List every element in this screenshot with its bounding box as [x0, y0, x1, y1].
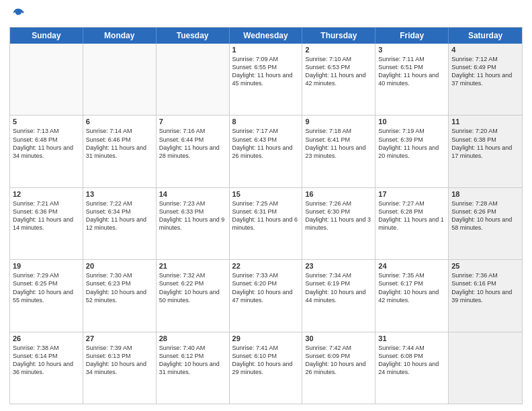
day-info: Sunrise: 7:09 AM Sunset: 6:55 PM Dayligh…: [232, 55, 300, 88]
day-cell: 21Sunrise: 7:32 AM Sunset: 6:22 PM Dayli…: [157, 260, 230, 331]
day-info: Sunrise: 7:44 AM Sunset: 6:08 PM Dayligh…: [378, 344, 445, 377]
day-cell: 2Sunrise: 7:10 AM Sunset: 6:53 PM Daylig…: [302, 44, 375, 115]
day-info: Sunrise: 7:25 AM Sunset: 6:31 PM Dayligh…: [232, 199, 300, 232]
day-header-wednesday: Wednesday: [230, 28, 303, 44]
day-info: Sunrise: 7:29 AM Sunset: 6:25 PM Dayligh…: [13, 271, 80, 304]
day-info: Sunrise: 7:11 AM Sunset: 6:51 PM Dayligh…: [378, 55, 445, 88]
day-number: 8: [232, 118, 300, 126]
week-row-2: 5Sunrise: 7:13 AM Sunset: 6:48 PM Daylig…: [10, 115, 522, 187]
day-info: Sunrise: 7:26 AM Sunset: 6:30 PM Dayligh…: [305, 199, 372, 232]
day-info: Sunrise: 7:10 AM Sunset: 6:53 PM Dayligh…: [305, 55, 372, 88]
day-info: Sunrise: 7:16 AM Sunset: 6:44 PM Dayligh…: [159, 127, 226, 160]
day-cell: 30Sunrise: 7:42 AM Sunset: 6:09 PM Dayli…: [302, 332, 375, 404]
day-number: 23: [305, 262, 372, 270]
logo-bird-icon: [11, 7, 26, 21]
day-number: 16: [305, 190, 372, 198]
day-cell: 4Sunrise: 7:12 AM Sunset: 6:49 PM Daylig…: [449, 44, 522, 115]
day-number: 31: [378, 334, 445, 342]
day-cell: 27Sunrise: 7:39 AM Sunset: 6:13 PM Dayli…: [83, 332, 157, 404]
day-info: Sunrise: 7:34 AM Sunset: 6:19 PM Dayligh…: [305, 271, 372, 304]
day-cell: 16Sunrise: 7:26 AM Sunset: 6:30 PM Dayli…: [302, 188, 375, 259]
day-number: 25: [451, 262, 519, 270]
day-info: Sunrise: 7:42 AM Sunset: 6:09 PM Dayligh…: [305, 344, 372, 377]
day-cell: [157, 44, 230, 115]
day-info: Sunrise: 7:21 AM Sunset: 6:36 PM Dayligh…: [13, 199, 80, 232]
week-row-5: 26Sunrise: 7:38 AM Sunset: 6:14 PM Dayli…: [10, 332, 522, 404]
day-number: 21: [159, 262, 226, 270]
day-number: 7: [159, 118, 226, 126]
day-number: 24: [378, 262, 445, 270]
day-info: Sunrise: 7:41 AM Sunset: 6:10 PM Dayligh…: [232, 344, 300, 377]
week-row-1: 1Sunrise: 7:09 AM Sunset: 6:55 PM Daylig…: [10, 44, 522, 115]
logo: [9, 7, 26, 21]
day-cell: 6Sunrise: 7:14 AM Sunset: 6:46 PM Daylig…: [83, 116, 157, 187]
day-number: 17: [378, 190, 445, 198]
day-info: Sunrise: 7:28 AM Sunset: 6:26 PM Dayligh…: [451, 199, 519, 232]
day-info: Sunrise: 7:13 AM Sunset: 6:48 PM Dayligh…: [13, 127, 80, 160]
day-info: Sunrise: 7:23 AM Sunset: 6:33 PM Dayligh…: [159, 199, 226, 232]
day-info: Sunrise: 7:38 AM Sunset: 6:14 PM Dayligh…: [13, 344, 80, 377]
day-info: Sunrise: 7:39 AM Sunset: 6:13 PM Dayligh…: [86, 344, 153, 377]
day-cell: 28Sunrise: 7:40 AM Sunset: 6:12 PM Dayli…: [157, 332, 230, 404]
day-header-monday: Monday: [83, 28, 157, 44]
day-cell: [449, 332, 522, 404]
day-number: 4: [451, 46, 519, 54]
day-cell: 18Sunrise: 7:28 AM Sunset: 6:26 PM Dayli…: [449, 188, 522, 259]
day-cell: 25Sunrise: 7:36 AM Sunset: 6:16 PM Dayli…: [449, 260, 522, 331]
day-header-friday: Friday: [375, 28, 449, 44]
day-cell: 15Sunrise: 7:25 AM Sunset: 6:31 PM Dayli…: [230, 188, 303, 259]
day-number: 12: [13, 190, 80, 198]
day-header-saturday: Saturday: [449, 28, 522, 44]
day-number: 9: [305, 118, 372, 126]
day-number: 22: [232, 262, 300, 270]
day-number: 5: [13, 118, 80, 126]
day-number: 11: [451, 118, 519, 126]
day-info: Sunrise: 7:36 AM Sunset: 6:16 PM Dayligh…: [451, 271, 519, 304]
day-cell: 8Sunrise: 7:17 AM Sunset: 6:43 PM Daylig…: [230, 116, 303, 187]
day-number: 6: [86, 118, 153, 126]
day-number: 26: [13, 334, 80, 342]
day-info: Sunrise: 7:27 AM Sunset: 6:28 PM Dayligh…: [378, 199, 445, 232]
day-cell: 5Sunrise: 7:13 AM Sunset: 6:48 PM Daylig…: [10, 116, 83, 187]
day-cell: 22Sunrise: 7:33 AM Sunset: 6:20 PM Dayli…: [230, 260, 303, 331]
day-header-thursday: Thursday: [302, 28, 375, 44]
day-cell: 1Sunrise: 7:09 AM Sunset: 6:55 PM Daylig…: [230, 44, 303, 115]
day-info: Sunrise: 7:18 AM Sunset: 6:41 PM Dayligh…: [305, 127, 372, 160]
day-number: 14: [159, 190, 226, 198]
day-header-sunday: Sunday: [10, 28, 83, 44]
day-number: 18: [451, 190, 519, 198]
day-info: Sunrise: 7:14 AM Sunset: 6:46 PM Dayligh…: [86, 127, 153, 160]
day-cell: 26Sunrise: 7:38 AM Sunset: 6:14 PM Dayli…: [10, 332, 83, 404]
day-headers: SundayMondayTuesdayWednesdayThursdayFrid…: [10, 28, 522, 44]
week-row-4: 19Sunrise: 7:29 AM Sunset: 6:25 PM Dayli…: [10, 259, 522, 331]
day-cell: 3Sunrise: 7:11 AM Sunset: 6:51 PM Daylig…: [375, 44, 449, 115]
weeks: 1Sunrise: 7:09 AM Sunset: 6:55 PM Daylig…: [10, 44, 522, 404]
day-info: Sunrise: 7:32 AM Sunset: 6:22 PM Dayligh…: [159, 271, 226, 304]
day-cell: 19Sunrise: 7:29 AM Sunset: 6:25 PM Dayli…: [10, 260, 83, 331]
day-cell: 17Sunrise: 7:27 AM Sunset: 6:28 PM Dayli…: [375, 188, 449, 259]
day-number: 3: [378, 46, 445, 54]
day-number: 15: [232, 190, 300, 198]
day-info: Sunrise: 7:35 AM Sunset: 6:17 PM Dayligh…: [378, 271, 445, 304]
header: [9, 7, 523, 21]
day-number: 20: [86, 262, 153, 270]
day-cell: [10, 44, 83, 115]
day-info: Sunrise: 7:20 AM Sunset: 6:38 PM Dayligh…: [451, 127, 519, 160]
day-info: Sunrise: 7:30 AM Sunset: 6:23 PM Dayligh…: [86, 271, 153, 304]
day-info: Sunrise: 7:40 AM Sunset: 6:12 PM Dayligh…: [159, 344, 226, 377]
day-number: 19: [13, 262, 80, 270]
day-info: Sunrise: 7:22 AM Sunset: 6:34 PM Dayligh…: [86, 199, 153, 232]
day-cell: 9Sunrise: 7:18 AM Sunset: 6:41 PM Daylig…: [302, 116, 375, 187]
page: SundayMondayTuesdayWednesdayThursdayFrid…: [0, 0, 532, 411]
day-cell: 29Sunrise: 7:41 AM Sunset: 6:10 PM Dayli…: [230, 332, 303, 404]
day-cell: 13Sunrise: 7:22 AM Sunset: 6:34 PM Dayli…: [83, 188, 157, 259]
day-cell: 11Sunrise: 7:20 AM Sunset: 6:38 PM Dayli…: [449, 116, 522, 187]
day-cell: 14Sunrise: 7:23 AM Sunset: 6:33 PM Dayli…: [157, 188, 230, 259]
day-number: 13: [86, 190, 153, 198]
day-cell: 20Sunrise: 7:30 AM Sunset: 6:23 PM Dayli…: [83, 260, 157, 331]
day-cell: 24Sunrise: 7:35 AM Sunset: 6:17 PM Dayli…: [375, 260, 449, 331]
day-number: 2: [305, 46, 372, 54]
day-cell: 7Sunrise: 7:16 AM Sunset: 6:44 PM Daylig…: [157, 116, 230, 187]
day-cell: 12Sunrise: 7:21 AM Sunset: 6:36 PM Dayli…: [10, 188, 83, 259]
day-number: 1: [232, 46, 300, 54]
